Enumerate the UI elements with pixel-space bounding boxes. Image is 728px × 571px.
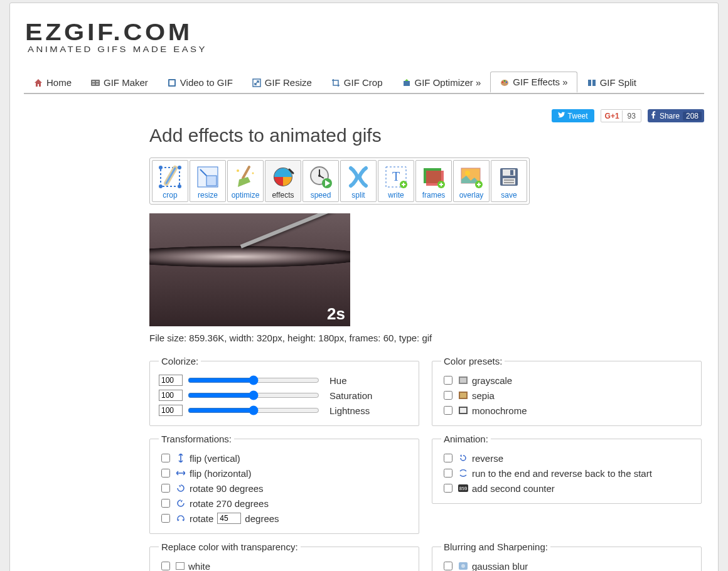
rotate-270-icon xyxy=(176,498,186,508)
counter-label: add second counter xyxy=(472,483,555,494)
tool-label: optimize xyxy=(228,191,262,200)
bounce-checkbox[interactable] xyxy=(444,469,452,478)
fb-count: 208 xyxy=(683,112,702,120)
rotate-90-checkbox[interactable] xyxy=(161,484,170,493)
reverse-checkbox[interactable] xyxy=(444,454,452,462)
logo-main: EZGIF.COM xyxy=(25,19,728,46)
flip-v-checkbox[interactable] xyxy=(161,454,170,462)
grayscale-checkbox[interactable] xyxy=(444,376,452,385)
tool-crop[interactable]: crop xyxy=(152,160,188,202)
tool-effects[interactable]: effects xyxy=(265,160,301,202)
counter-icon: 859 xyxy=(458,483,468,493)
tool-frames[interactable]: frames xyxy=(415,160,452,202)
flip-v-label: flip (vertical) xyxy=(190,453,240,464)
colorize-panel: Colorize: Hue Saturation Lightness xyxy=(149,356,419,426)
write-tool-icon: T xyxy=(382,163,410,191)
nav-label: Video to GIF xyxy=(180,77,233,88)
split-icon xyxy=(587,78,597,88)
saturation-slider[interactable] xyxy=(188,390,319,400)
nav-gif-split[interactable]: GIF Split xyxy=(577,72,646,93)
frames-tool-icon xyxy=(420,163,447,191)
monochrome-checkbox[interactable] xyxy=(444,406,452,415)
svg-rect-21 xyxy=(206,176,217,186)
nav-gif-optimizer[interactable]: GIF Optimizer » xyxy=(392,72,491,93)
resize-icon xyxy=(252,78,262,88)
svg-rect-4 xyxy=(96,83,99,85)
svg-rect-13 xyxy=(588,80,591,86)
film-icon xyxy=(167,78,177,88)
svg-rect-41 xyxy=(504,179,514,181)
svg-rect-2 xyxy=(96,81,99,82)
preview-tonearm-graphic xyxy=(240,213,335,248)
svg-point-18 xyxy=(178,184,181,188)
lightness-value[interactable] xyxy=(159,405,183,416)
nav-gif-effects[interactable]: GIF Effects » xyxy=(490,72,577,93)
home-icon xyxy=(33,78,43,88)
replace-white-label: white xyxy=(188,561,210,572)
tool-label: resize xyxy=(191,191,225,200)
sepia-checkbox[interactable] xyxy=(444,391,452,400)
rotate-90-label: rotate 90 degrees xyxy=(190,483,264,494)
fb-share-button[interactable]: Share 208 xyxy=(648,109,704,122)
nav-video-to-gif[interactable]: Video to GIF xyxy=(158,72,242,93)
svg-rect-6 xyxy=(169,80,174,85)
site-logo[interactable]: EZGIF.COM ANIMATED GIFS MADE EASY xyxy=(25,19,704,54)
tool-resize[interactable]: resize xyxy=(190,160,226,202)
rotate-custom-value[interactable] xyxy=(217,513,241,524)
svg-point-22 xyxy=(237,169,239,172)
tool-label: write xyxy=(379,191,413,200)
animation-legend: Animation: xyxy=(441,434,491,444)
tool-label: effects xyxy=(266,191,300,200)
sepia-icon xyxy=(458,390,468,400)
nav-gif-crop[interactable]: GIF Crop xyxy=(321,72,392,93)
reverse-icon xyxy=(458,453,468,463)
crop-tool-icon xyxy=(156,163,184,191)
saturation-value[interactable] xyxy=(159,390,183,401)
sepia-label: sepia xyxy=(472,390,495,401)
svg-point-11 xyxy=(504,80,505,81)
tool-speed[interactable]: speed xyxy=(302,160,339,202)
crop-icon xyxy=(331,78,341,88)
svg-rect-3 xyxy=(92,83,95,85)
preview-record-graphic xyxy=(149,246,350,267)
tool-write[interactable]: T write xyxy=(378,160,414,202)
lightness-label: Lightness xyxy=(329,405,370,416)
animation-panel: Animation: reverse run to the end and re… xyxy=(432,434,702,504)
tool-split[interactable]: split xyxy=(340,160,377,202)
lightness-slider[interactable] xyxy=(188,405,319,415)
replace-white-checkbox[interactable] xyxy=(161,562,170,570)
tool-label: overlay xyxy=(454,191,488,200)
svg-text:859: 859 xyxy=(459,486,468,491)
nav-gif-resize[interactable]: GIF Resize xyxy=(242,72,321,93)
counter-checkbox[interactable] xyxy=(444,484,452,493)
broom-icon xyxy=(232,163,259,191)
rotate-custom-checkbox[interactable] xyxy=(161,514,170,523)
tool-optimize[interactable]: optimize xyxy=(227,160,264,202)
hue-value[interactable] xyxy=(159,375,183,386)
nav-label: GIF Crop xyxy=(344,77,383,88)
nav-gif-maker[interactable]: GIF Maker xyxy=(81,72,158,93)
grayscale-icon xyxy=(458,375,468,385)
monochrome-icon xyxy=(458,405,468,415)
svg-rect-44 xyxy=(460,378,466,383)
gaussian-blur-checkbox[interactable] xyxy=(444,562,452,570)
nav-label: Home xyxy=(46,77,72,88)
hue-label: Hue xyxy=(329,375,347,386)
hue-slider[interactable] xyxy=(188,375,319,385)
twitter-icon xyxy=(558,111,565,120)
blur-icon xyxy=(458,561,468,571)
flip-h-checkbox[interactable] xyxy=(161,469,170,478)
saturation-label: Saturation xyxy=(329,390,372,401)
gif-preview: 2s xyxy=(149,213,350,326)
gplus-button[interactable]: G+1 93 xyxy=(601,109,641,122)
tweet-button[interactable]: Tweet xyxy=(552,109,594,122)
nav-home[interactable]: Home xyxy=(24,72,81,93)
color-presets-panel: Color presets: grayscale sepia xyxy=(432,356,702,426)
tool-save[interactable]: save xyxy=(491,160,527,202)
split-tool-icon xyxy=(345,163,372,191)
gplus-count: 93 xyxy=(622,110,641,122)
tool-overlay[interactable]: overlay xyxy=(453,160,490,202)
rotate-270-checkbox[interactable] xyxy=(161,499,170,508)
svg-point-52 xyxy=(461,564,465,568)
transformations-legend: Transformations: xyxy=(159,434,234,444)
